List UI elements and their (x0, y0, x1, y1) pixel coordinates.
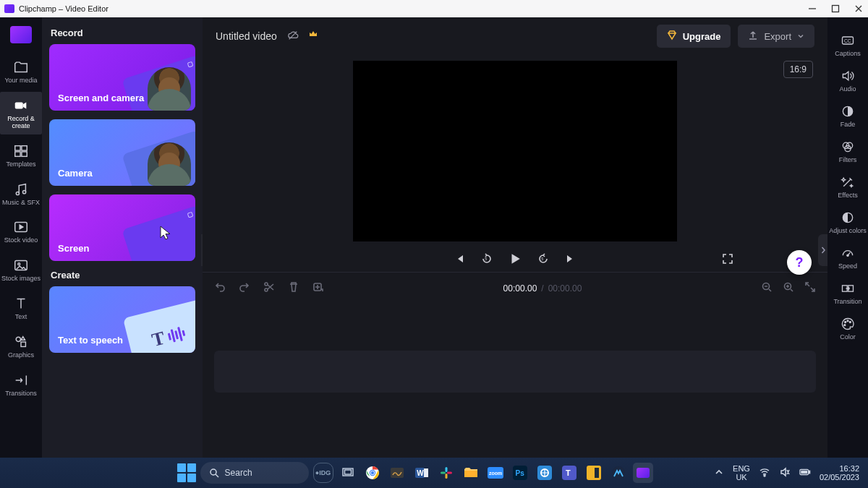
rail-item-templates[interactable]: Templates (0, 137, 42, 173)
card-screen-and-camera[interactable]: Screen and camera (49, 44, 195, 111)
taskbar-clock[interactable]: 16:32 02/05/2023 (820, 464, 859, 481)
svg-text:W: W (417, 469, 424, 477)
delete-button[interactable] (288, 281, 299, 296)
wifi-icon[interactable] (759, 466, 770, 480)
taskbar-app-taskview[interactable] (338, 463, 358, 483)
skip-end-button[interactable] (565, 253, 576, 265)
svg-rect-40 (344, 470, 351, 474)
card-title: Screen and camera (58, 93, 144, 103)
help-button[interactable]: ? (787, 250, 812, 275)
rail-label: Record & create (0, 116, 42, 130)
export-button[interactable]: Export (738, 25, 814, 48)
undo-button[interactable] (214, 281, 226, 296)
window-close-button[interactable] (854, 4, 864, 14)
rail-item-graphics[interactable]: Graphics (0, 328, 42, 364)
taskbar-app-chrome[interactable] (362, 463, 383, 483)
aspect-ratio-button[interactable]: 16:9 (783, 61, 813, 78)
taskbar-app-snagit[interactable] (535, 463, 555, 483)
taskbar-app-clipchamp[interactable] (633, 463, 653, 483)
prop-item-transition[interactable]: Transition (827, 275, 868, 309)
cloud-sync-off-icon[interactable] (287, 30, 299, 43)
svg-text:5: 5 (541, 257, 543, 261)
prop-label: Color (840, 333, 856, 341)
prop-item-audio[interactable]: Audio (827, 63, 868, 97)
rail-item-your-media[interactable]: Your media (0, 53, 42, 89)
video-preview[interactable] (353, 61, 677, 241)
taskbar-app-explorer[interactable] (461, 463, 481, 483)
card-title: Text to speech (58, 335, 123, 346)
play-button[interactable] (509, 252, 522, 265)
svg-point-65 (764, 475, 765, 476)
prop-item-effects[interactable]: Effects (827, 169, 868, 203)
window-maximize-button[interactable] (830, 4, 841, 14)
timecode-display: 00:00.00 / 00:00.00 (503, 283, 582, 294)
card-text-to-speech[interactable]: T Text to speech (49, 286, 195, 353)
rail-item-stock-images[interactable]: Stock images (0, 252, 42, 287)
timecode-separator: / (541, 283, 543, 294)
avatar-icon (148, 67, 191, 111)
skip-start-button[interactable] (454, 253, 465, 265)
svg-rect-1 (833, 6, 839, 12)
svg-text:Ps: Ps (515, 469, 524, 477)
svg-rect-52 (447, 472, 452, 474)
prop-item-color[interactable]: Color (827, 311, 868, 345)
taskbar-app-slack[interactable] (436, 463, 456, 483)
zoom-out-button[interactable] (761, 281, 773, 296)
timeline-area: 00:00.00 / 00:00.00 (203, 272, 827, 458)
property-rail-collapse-button[interactable] (818, 234, 827, 266)
prop-label: Speed (838, 262, 857, 270)
svg-point-37 (844, 325, 846, 326)
prop-label: Captions (835, 50, 861, 57)
chevron-down-icon (797, 33, 804, 40)
redo-button[interactable] (239, 281, 250, 296)
taskbar-app-zoom[interactable]: zoom (485, 463, 506, 483)
taskbar-app-word[interactable]: W (412, 463, 432, 483)
language-indicator[interactable]: ENG UK (733, 464, 750, 481)
tray-overflow-button[interactable] (714, 467, 724, 479)
split-button[interactable] (263, 281, 275, 296)
forward-button[interactable]: 5 (537, 253, 549, 265)
prop-item-captions[interactable]: CC Captions (827, 27, 868, 61)
add-track-button[interactable] (312, 281, 324, 296)
upload-icon (748, 30, 758, 43)
prop-item-filters[interactable]: Filters (827, 134, 868, 168)
rail-item-stock-video[interactable]: Stock video (0, 213, 42, 249)
svg-rect-15 (21, 342, 25, 346)
taskbar-app-idg[interactable]: ●IDG (313, 463, 333, 483)
svg-rect-53 (464, 471, 477, 477)
zoom-in-button[interactable] (783, 281, 794, 296)
card-screen[interactable]: Screen (49, 194, 195, 261)
start-button[interactable] (177, 463, 196, 482)
rewind-button[interactable]: 5 (481, 253, 493, 265)
rail-item-transitions[interactable]: Transitions (0, 367, 42, 402)
battery-icon[interactable] (799, 466, 811, 480)
taskbar-app-generic2[interactable] (584, 463, 604, 483)
prop-item-speed[interactable]: Speed (827, 240, 868, 274)
zoom-fit-button[interactable] (804, 281, 816, 296)
rail-item-music-sfx[interactable]: Music & SFX (0, 176, 42, 211)
prop-item-adjust-colors[interactable]: Adjust colors (827, 205, 868, 239)
taskbar-app-generic1[interactable] (387, 463, 407, 483)
volume-icon[interactable] (779, 466, 791, 480)
window-minimize-button[interactable] (807, 4, 817, 14)
svg-text:T: T (566, 468, 571, 477)
svg-text:5: 5 (485, 257, 487, 261)
language-bottom: UK (736, 473, 746, 481)
taskbar-app-photoshop[interactable]: Ps (510, 463, 530, 483)
prop-label: Effects (838, 192, 857, 199)
taskbar-app-teams[interactable]: T (559, 463, 579, 483)
panel-record-header: Record (51, 27, 195, 38)
card-title: Camera (58, 168, 93, 179)
fullscreen-button[interactable] (722, 253, 733, 265)
svg-rect-45 (391, 468, 404, 478)
taskbar-app-nordvpn[interactable] (608, 463, 629, 483)
upgrade-button[interactable]: Upgrade (657, 25, 731, 48)
project-title[interactable]: Untitled video (216, 30, 277, 42)
prop-item-fade[interactable]: Fade (827, 98, 868, 132)
rail-item-text[interactable]: Text (0, 290, 42, 325)
timeline-track[interactable] (214, 351, 816, 393)
taskbar-search[interactable]: Search (200, 462, 309, 484)
timecode-current: 00:00.00 (503, 283, 537, 294)
rail-item-record-create[interactable]: Record & create (0, 92, 42, 134)
card-camera[interactable]: Camera (49, 119, 195, 186)
